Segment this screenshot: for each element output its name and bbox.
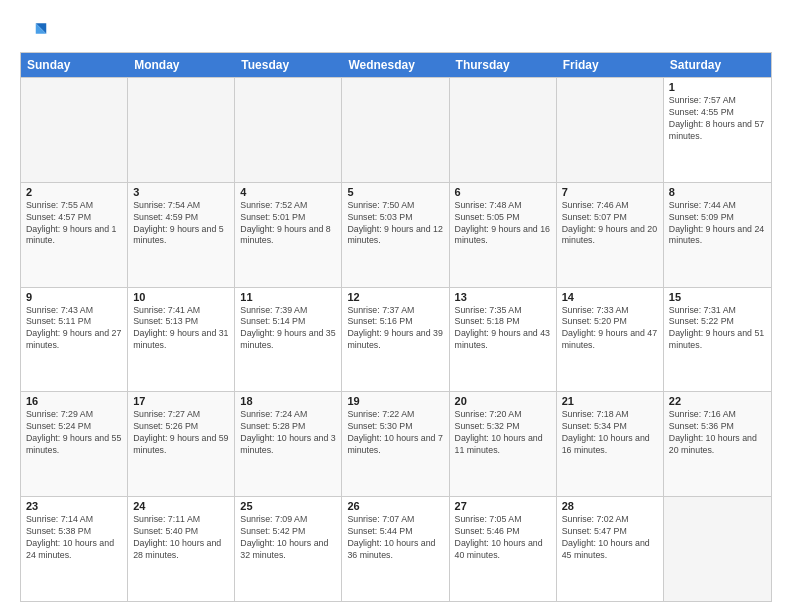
cal-cell-1-3: 5Sunrise: 7:50 AM Sunset: 5:03 PM Daylig… (342, 183, 449, 287)
calendar: SundayMondayTuesdayWednesdayThursdayFrid… (20, 52, 772, 602)
cal-cell-3-0: 16Sunrise: 7:29 AM Sunset: 5:24 PM Dayli… (21, 392, 128, 496)
header-day-saturday: Saturday (664, 53, 771, 77)
day-number: 4 (240, 186, 336, 198)
day-info: Sunrise: 7:46 AM Sunset: 5:07 PM Dayligh… (562, 200, 658, 248)
calendar-body: 1Sunrise: 7:57 AM Sunset: 4:55 PM Daylig… (21, 77, 771, 601)
cal-cell-2-3: 12Sunrise: 7:37 AM Sunset: 5:16 PM Dayli… (342, 288, 449, 392)
cal-cell-3-2: 18Sunrise: 7:24 AM Sunset: 5:28 PM Dayli… (235, 392, 342, 496)
day-number: 25 (240, 500, 336, 512)
day-number: 11 (240, 291, 336, 303)
cal-cell-4-5: 28Sunrise: 7:02 AM Sunset: 5:47 PM Dayli… (557, 497, 664, 601)
cal-cell-2-1: 10Sunrise: 7:41 AM Sunset: 5:13 PM Dayli… (128, 288, 235, 392)
day-info: Sunrise: 7:11 AM Sunset: 5:40 PM Dayligh… (133, 514, 229, 562)
cal-cell-2-2: 11Sunrise: 7:39 AM Sunset: 5:14 PM Dayli… (235, 288, 342, 392)
cal-cell-0-5 (557, 78, 664, 182)
cal-cell-4-0: 23Sunrise: 7:14 AM Sunset: 5:38 PM Dayli… (21, 497, 128, 601)
day-number: 28 (562, 500, 658, 512)
day-number: 5 (347, 186, 443, 198)
day-info: Sunrise: 7:14 AM Sunset: 5:38 PM Dayligh… (26, 514, 122, 562)
cal-cell-0-1 (128, 78, 235, 182)
day-number: 21 (562, 395, 658, 407)
day-number: 7 (562, 186, 658, 198)
day-info: Sunrise: 7:52 AM Sunset: 5:01 PM Dayligh… (240, 200, 336, 248)
cal-cell-2-0: 9Sunrise: 7:43 AM Sunset: 5:11 PM Daylig… (21, 288, 128, 392)
day-info: Sunrise: 7:27 AM Sunset: 5:26 PM Dayligh… (133, 409, 229, 457)
header-day-monday: Monday (128, 53, 235, 77)
cal-cell-1-2: 4Sunrise: 7:52 AM Sunset: 5:01 PM Daylig… (235, 183, 342, 287)
cal-cell-0-4 (450, 78, 557, 182)
header-day-tuesday: Tuesday (235, 53, 342, 77)
day-number: 2 (26, 186, 122, 198)
day-number: 15 (669, 291, 766, 303)
cal-cell-4-4: 27Sunrise: 7:05 AM Sunset: 5:46 PM Dayli… (450, 497, 557, 601)
cal-cell-1-1: 3Sunrise: 7:54 AM Sunset: 4:59 PM Daylig… (128, 183, 235, 287)
day-info: Sunrise: 7:35 AM Sunset: 5:18 PM Dayligh… (455, 305, 551, 353)
calendar-row-1: 2Sunrise: 7:55 AM Sunset: 4:57 PM Daylig… (21, 182, 771, 287)
header-day-sunday: Sunday (21, 53, 128, 77)
day-number: 26 (347, 500, 443, 512)
day-info: Sunrise: 7:20 AM Sunset: 5:32 PM Dayligh… (455, 409, 551, 457)
cal-cell-0-2 (235, 78, 342, 182)
day-number: 17 (133, 395, 229, 407)
logo-icon (20, 18, 48, 46)
header-day-thursday: Thursday (450, 53, 557, 77)
cal-cell-1-6: 8Sunrise: 7:44 AM Sunset: 5:09 PM Daylig… (664, 183, 771, 287)
day-info: Sunrise: 7:31 AM Sunset: 5:22 PM Dayligh… (669, 305, 766, 353)
day-info: Sunrise: 7:29 AM Sunset: 5:24 PM Dayligh… (26, 409, 122, 457)
calendar-row-2: 9Sunrise: 7:43 AM Sunset: 5:11 PM Daylig… (21, 287, 771, 392)
cal-cell-0-0 (21, 78, 128, 182)
day-number: 20 (455, 395, 551, 407)
day-info: Sunrise: 7:18 AM Sunset: 5:34 PM Dayligh… (562, 409, 658, 457)
logo (20, 18, 52, 46)
day-info: Sunrise: 7:55 AM Sunset: 4:57 PM Dayligh… (26, 200, 122, 248)
day-info: Sunrise: 7:37 AM Sunset: 5:16 PM Dayligh… (347, 305, 443, 353)
day-info: Sunrise: 7:07 AM Sunset: 5:44 PM Dayligh… (347, 514, 443, 562)
day-number: 16 (26, 395, 122, 407)
day-number: 24 (133, 500, 229, 512)
day-info: Sunrise: 7:39 AM Sunset: 5:14 PM Dayligh… (240, 305, 336, 353)
page: SundayMondayTuesdayWednesdayThursdayFrid… (0, 0, 792, 612)
cal-cell-2-6: 15Sunrise: 7:31 AM Sunset: 5:22 PM Dayli… (664, 288, 771, 392)
day-number: 22 (669, 395, 766, 407)
cal-cell-3-3: 19Sunrise: 7:22 AM Sunset: 5:30 PM Dayli… (342, 392, 449, 496)
header-day-wednesday: Wednesday (342, 53, 449, 77)
cal-cell-1-5: 7Sunrise: 7:46 AM Sunset: 5:07 PM Daylig… (557, 183, 664, 287)
day-number: 1 (669, 81, 766, 93)
cal-cell-0-6: 1Sunrise: 7:57 AM Sunset: 4:55 PM Daylig… (664, 78, 771, 182)
day-number: 8 (669, 186, 766, 198)
day-info: Sunrise: 7:05 AM Sunset: 5:46 PM Dayligh… (455, 514, 551, 562)
day-info: Sunrise: 7:02 AM Sunset: 5:47 PM Dayligh… (562, 514, 658, 562)
calendar-header: SundayMondayTuesdayWednesdayThursdayFrid… (21, 53, 771, 77)
day-info: Sunrise: 7:16 AM Sunset: 5:36 PM Dayligh… (669, 409, 766, 457)
day-number: 18 (240, 395, 336, 407)
day-info: Sunrise: 7:50 AM Sunset: 5:03 PM Dayligh… (347, 200, 443, 248)
day-number: 12 (347, 291, 443, 303)
day-info: Sunrise: 7:24 AM Sunset: 5:28 PM Dayligh… (240, 409, 336, 457)
cal-cell-1-0: 2Sunrise: 7:55 AM Sunset: 4:57 PM Daylig… (21, 183, 128, 287)
cal-cell-2-4: 13Sunrise: 7:35 AM Sunset: 5:18 PM Dayli… (450, 288, 557, 392)
cal-cell-2-5: 14Sunrise: 7:33 AM Sunset: 5:20 PM Dayli… (557, 288, 664, 392)
cal-cell-3-5: 21Sunrise: 7:18 AM Sunset: 5:34 PM Dayli… (557, 392, 664, 496)
day-info: Sunrise: 7:44 AM Sunset: 5:09 PM Dayligh… (669, 200, 766, 248)
day-info: Sunrise: 7:22 AM Sunset: 5:30 PM Dayligh… (347, 409, 443, 457)
day-number: 3 (133, 186, 229, 198)
cal-cell-3-6: 22Sunrise: 7:16 AM Sunset: 5:36 PM Dayli… (664, 392, 771, 496)
cal-cell-1-4: 6Sunrise: 7:48 AM Sunset: 5:05 PM Daylig… (450, 183, 557, 287)
day-number: 23 (26, 500, 122, 512)
day-info: Sunrise: 7:43 AM Sunset: 5:11 PM Dayligh… (26, 305, 122, 353)
day-number: 19 (347, 395, 443, 407)
day-info: Sunrise: 7:48 AM Sunset: 5:05 PM Dayligh… (455, 200, 551, 248)
day-number: 27 (455, 500, 551, 512)
cal-cell-4-6 (664, 497, 771, 601)
day-info: Sunrise: 7:57 AM Sunset: 4:55 PM Dayligh… (669, 95, 766, 143)
day-number: 9 (26, 291, 122, 303)
cal-cell-0-3 (342, 78, 449, 182)
cal-cell-4-1: 24Sunrise: 7:11 AM Sunset: 5:40 PM Dayli… (128, 497, 235, 601)
cal-cell-3-1: 17Sunrise: 7:27 AM Sunset: 5:26 PM Dayli… (128, 392, 235, 496)
cal-cell-4-3: 26Sunrise: 7:07 AM Sunset: 5:44 PM Dayli… (342, 497, 449, 601)
cal-cell-3-4: 20Sunrise: 7:20 AM Sunset: 5:32 PM Dayli… (450, 392, 557, 496)
calendar-row-0: 1Sunrise: 7:57 AM Sunset: 4:55 PM Daylig… (21, 77, 771, 182)
day-number: 6 (455, 186, 551, 198)
calendar-row-3: 16Sunrise: 7:29 AM Sunset: 5:24 PM Dayli… (21, 391, 771, 496)
day-info: Sunrise: 7:41 AM Sunset: 5:13 PM Dayligh… (133, 305, 229, 353)
